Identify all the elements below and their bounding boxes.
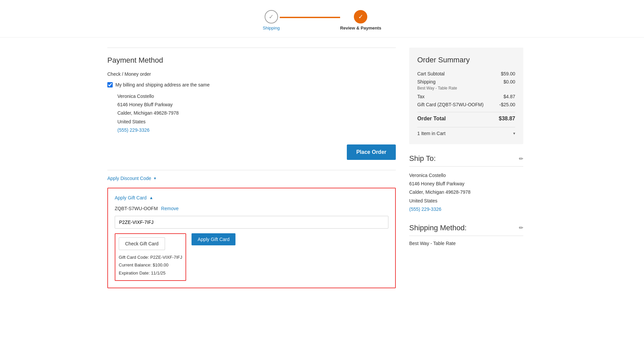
gift-card-balance-value: $100.00 [153, 262, 168, 267]
applied-gift-card-code: ZQBT-S7WU-OOFM [115, 206, 158, 211]
ship-to-title: Ship To: [409, 154, 436, 163]
step-review-label: Review & Payments [340, 25, 381, 31]
billing-street: 6146 Honey Bluff Parkway [117, 101, 396, 109]
left-section: Payment Method Check / Money order My bi… [107, 48, 396, 295]
payment-method-title: Payment Method [107, 56, 396, 65]
shipping-method-value: Best Way - Table Rate [409, 241, 523, 246]
step-review-circle: ✓ [354, 10, 367, 23]
gift-card-discount-value: -$25.00 [499, 102, 515, 107]
remove-gift-card-link[interactable]: Remove [161, 206, 178, 211]
discount-toggle[interactable]: Apply Discount Code ▾ [107, 176, 396, 181]
chevron-down-icon: ▾ [513, 131, 515, 136]
shipping-value: $0.00 [503, 79, 515, 84]
order-total-row: Order Total $38.87 [417, 116, 515, 122]
applied-code-row: ZQBT-S7WU-OOFM Remove [115, 206, 388, 211]
billing-country: United States [117, 118, 396, 126]
stepper: ✓ Shipping ✓ Review & Payments [0, 0, 644, 38]
step-connector [280, 17, 340, 18]
shipping-label: Shipping [417, 79, 436, 84]
gift-card-expiry-value: 11/1/25 [151, 270, 165, 276]
gift-card-code-line: Gift Card Code: P2ZE-VIXF-7IFJ [119, 253, 182, 261]
billing-checkbox-label: My billing and shipping address are the … [115, 82, 210, 87]
ship-to-address: Veronica Costello 6146 Honey Bluff Parkw… [409, 171, 523, 214]
billing-name: Veronica Costello [117, 92, 396, 101]
shipping-method-edit-icon[interactable]: ✏ [519, 225, 523, 231]
shipping-method-section: Shipping Method: ✏ Best Way - Table Rate [409, 224, 523, 246]
gift-card-discount-row: Gift Card (ZQBT-S7WU-OOFM) -$25.00 [417, 102, 515, 107]
items-in-cart-row[interactable]: 1 Item in Cart ▾ [417, 127, 515, 136]
gift-card-balance-line: Current Balance: $100.00 [119, 261, 182, 269]
items-in-cart-label: 1 Item in Cart [417, 131, 445, 136]
cart-subtotal-label: Cart Subtotal [417, 71, 445, 76]
payment-type: Check / Money order [107, 71, 396, 77]
billing-address-block: Veronica Costello 6146 Honey Bluff Parkw… [107, 92, 396, 134]
gift-card-expiry-label: Expiration Date: [119, 270, 150, 276]
cart-subtotal-value: $59.00 [501, 71, 515, 76]
apply-gift-card-button[interactable]: Apply Gift Card [192, 233, 235, 245]
gift-card-discount-label: Gift Card (ZQBT-S7WU-OOFM) [417, 102, 484, 107]
step-shipping[interactable]: ✓ Shipping [263, 10, 280, 31]
gift-card-toggle[interactable]: Apply Gift Card ▲ [115, 195, 388, 200]
chevron-up-icon: ▲ [149, 195, 153, 200]
order-total-label: Order Total [417, 116, 446, 122]
gift-card-info: Gift Card Code: P2ZE-VIXF-7IFJ Current B… [119, 253, 182, 277]
summary-divider [417, 112, 515, 112]
shipping-method-header: Shipping Method: ✏ [409, 224, 523, 236]
ship-to-street: 6146 Honey Bluff Parkway [409, 180, 523, 188]
ship-to-section: Ship To: ✏ Veronica Costello 6146 Honey … [409, 154, 523, 214]
gift-card-code-value: P2ZE-VIXF-7IFJ [150, 255, 182, 260]
ship-to-header: Ship To: ✏ [409, 154, 523, 167]
billing-city-state: Calder, Michigan 49628-7978 [117, 109, 396, 117]
check-gift-card-button[interactable]: Check Gift Card [119, 237, 165, 250]
shipping-method-label: Best Way - Table Rate [417, 86, 457, 90]
ship-to-country: United States [409, 197, 523, 205]
discount-toggle-label: Apply Discount Code [107, 176, 151, 181]
ship-to-city-state: Calder, Michigan 49628-7978 [409, 188, 523, 196]
order-summary-box: Order Summary Cart Subtotal $59.00 Shipp… [409, 48, 523, 144]
section-divider-top [107, 48, 396, 48]
shipping-method-title: Shipping Method: [409, 224, 467, 232]
shipping-method-row: Best Way - Table Rate [417, 86, 515, 90]
right-section: Order Summary Cart Subtotal $59.00 Shipp… [409, 48, 523, 295]
order-summary-title: Order Summary [417, 56, 515, 64]
cart-subtotal-row: Cart Subtotal $59.00 [417, 71, 515, 76]
chevron-down-icon: ▾ [154, 176, 156, 181]
place-order-row: Place Order [107, 144, 396, 160]
gift-card-balance-label: Current Balance: [119, 262, 152, 267]
ship-to-phone[interactable]: (555) 229-3326 [409, 206, 441, 212]
step-shipping-label: Shipping [263, 25, 280, 31]
step-shipping-circle: ✓ [265, 10, 278, 23]
billing-same-checkbox[interactable] [107, 82, 113, 87]
shipping-row: Shipping $0.00 [417, 79, 515, 84]
step-review: ✓ Review & Payments [340, 10, 381, 31]
gift-card-code-label: Gift Card Code: [119, 255, 149, 260]
tax-row: Tax $4.87 [417, 94, 515, 99]
gift-card-input[interactable] [115, 216, 388, 229]
check-gift-card-wrapper: Check Gift Card Gift Card Code: P2ZE-VIX… [115, 233, 186, 281]
place-order-button[interactable]: Place Order [347, 144, 396, 160]
tax-value: $4.87 [503, 94, 515, 99]
tax-label: Tax [417, 94, 425, 99]
order-total-value: $38.87 [499, 116, 515, 122]
gift-card-buttons-row: Check Gift Card Gift Card Code: P2ZE-VIX… [115, 233, 388, 281]
gift-card-expiry-line: Expiration Date: 11/1/25 [119, 269, 182, 277]
discount-divider [107, 170, 396, 170]
billing-checkbox-row: My billing and shipping address are the … [107, 82, 396, 87]
gift-card-toggle-label: Apply Gift Card [115, 195, 147, 200]
gift-card-section: Apply Gift Card ▲ ZQBT-S7WU-OOFM Remove … [107, 188, 396, 288]
ship-to-edit-icon[interactable]: ✏ [519, 156, 523, 162]
ship-to-name: Veronica Costello [409, 171, 523, 180]
billing-phone[interactable]: (555) 229-3326 [117, 127, 150, 133]
